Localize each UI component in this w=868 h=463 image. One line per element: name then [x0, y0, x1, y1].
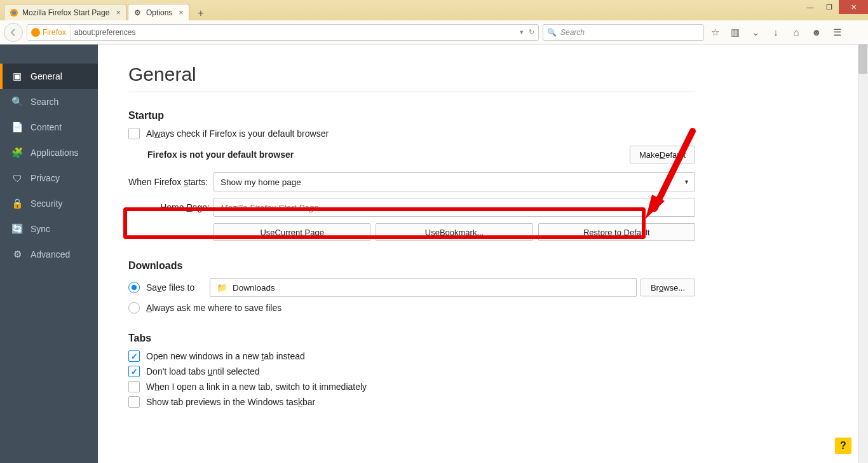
make-default-button[interactable]: Make Default: [630, 146, 695, 163]
search-icon: 🔍: [11, 96, 23, 107]
dropdown-icon[interactable]: ▾: [520, 28, 524, 36]
use-current-page-button[interactable]: Use Current Page: [214, 223, 370, 241]
checkbox-icon: [128, 350, 140, 362]
content-icon: 📄: [11, 121, 23, 133]
sidebar-item-label: Search: [31, 97, 58, 107]
dont-load-until-selected-checkbox[interactable]: Don't load tabs until selected: [128, 366, 260, 377]
new-tab-button[interactable]: +: [193, 6, 208, 20]
home-page-label: Home Page:: [128, 202, 214, 212]
scrollbar-thumb[interactable]: [858, 45, 867, 74]
download-path-value: Downloads: [233, 283, 275, 293]
always-ask-radio[interactable]: Always ask me where to save files: [128, 302, 281, 314]
sidebar-item-security[interactable]: 🔒 Security: [0, 191, 98, 216]
maximize-button[interactable]: ❐: [820, 0, 839, 14]
downloads-icon[interactable]: ↓: [770, 27, 782, 38]
chat-icon[interactable]: ☻: [811, 27, 822, 38]
sidebar-item-label: Privacy: [31, 173, 60, 183]
save-files-to-radio[interactable]: Save files to: [128, 282, 210, 293]
sidebar-item-label: General: [31, 71, 62, 81]
browse-button[interactable]: Browse...: [641, 279, 695, 296]
tab-strip: Mozilla Firefox Start Page × ⚙ Options ×…: [0, 0, 208, 20]
switch-immediately-checkbox[interactable]: When I open a link in a new tab, switch …: [128, 381, 367, 392]
home-icon[interactable]: ⌂: [790, 27, 802, 38]
sidebar-item-sync[interactable]: 🔄 Sync: [0, 216, 98, 242]
advanced-icon: ⚙: [11, 249, 23, 260]
show-tab-previews-checkbox[interactable]: Show tab previews in the Windows taskbar: [128, 396, 315, 408]
sidebar-item-label: Applications: [31, 148, 79, 158]
menu-icon[interactable]: ☰: [831, 27, 843, 38]
back-button[interactable]: [4, 23, 23, 42]
open-windows-in-tab-checkbox[interactable]: Open new windows in a new tab instead: [128, 350, 305, 362]
radio-icon: [128, 282, 140, 293]
divider: [128, 92, 695, 92]
radio-label: Always ask me where to save files: [146, 303, 281, 313]
tab-options[interactable]: ⚙ Options ×: [128, 4, 189, 20]
general-icon: ▣: [11, 71, 23, 82]
sidebar-item-general[interactable]: ▣ General: [0, 64, 98, 89]
close-icon[interactable]: ×: [116, 8, 121, 17]
sidebar-item-privacy[interactable]: 🛡 Privacy: [0, 165, 98, 191]
identity-box[interactable]: Firefox: [27, 25, 71, 40]
url-text: about:preferences: [71, 28, 520, 37]
tab-label: Mozilla Firefox Start Page: [22, 8, 109, 17]
restore-default-button[interactable]: Restore to Default: [538, 223, 695, 241]
radio-label: Save files to: [146, 282, 194, 293]
help-button[interactable]: ?: [835, 438, 851, 454]
checkbox-label: Don't load tabs until selected: [146, 366, 260, 377]
reload-icon[interactable]: ↻: [529, 28, 534, 36]
sidebar-item-label: Content: [31, 122, 62, 132]
startup-heading: Startup: [128, 110, 695, 121]
sidebar-item-search[interactable]: 🔍 Search: [0, 89, 98, 114]
when-starts-label: When Firefox starts:: [128, 177, 214, 187]
firefox-favicon-icon: [10, 8, 18, 17]
identity-label: Firefox: [43, 28, 66, 37]
tab-start-page[interactable]: Mozilla Firefox Start Page ×: [4, 4, 126, 20]
sync-icon: 🔄: [11, 223, 23, 235]
window-controls: — ❐ ✕: [801, 0, 868, 14]
toolbar-icons: ☆ ▥ ⌄ ↓ ⌂ ☻ ☰: [709, 27, 843, 38]
sidebar-item-label: Advanced: [31, 249, 70, 259]
radio-icon: [128, 302, 140, 314]
checkbox-icon: [128, 396, 140, 408]
lock-icon: 🔒: [11, 198, 23, 209]
preferences-content: General Startup Always check if Firefox …: [98, 45, 868, 463]
navbar: Firefox about:preferences ▾ ↻ 🔍 Search ☆…: [0, 20, 868, 45]
use-bookmark-button[interactable]: Use Bookmark...: [376, 223, 532, 241]
checkbox-label: When I open a link in a new tab, switch …: [146, 382, 367, 392]
sidebar-item-label: Security: [31, 198, 63, 209]
download-path-field[interactable]: 📁 Downloads: [210, 278, 637, 297]
folder-icon: 📁: [217, 282, 227, 293]
preferences-sidebar: ▣ General 🔍 Search 📄 Content 🧩 Applicati…: [0, 45, 98, 463]
always-check-default-checkbox[interactable]: Always check if Firefox is your default …: [128, 128, 329, 139]
page-title: General: [128, 64, 695, 85]
checkbox-icon: [128, 366, 140, 377]
titlebar: Mozilla Firefox Start Page × ⚙ Options ×…: [0, 0, 868, 20]
close-icon[interactable]: ×: [179, 8, 184, 17]
checkbox-label: Open new windows in a new tab instead: [146, 351, 305, 361]
not-default-text: Firefox is not your default browser: [147, 149, 294, 160]
dropdown-value: Show my home page: [220, 177, 301, 187]
checkbox-label: Show tab previews in the Windows taskbar: [146, 397, 315, 407]
when-starts-dropdown[interactable]: Show my home page: [214, 172, 695, 191]
minimize-button[interactable]: —: [801, 0, 820, 14]
home-page-input[interactable]: [214, 198, 695, 217]
bookmark-star-icon[interactable]: ☆: [709, 27, 721, 38]
checkbox-icon: [128, 381, 140, 392]
vertical-scrollbar[interactable]: [858, 45, 868, 463]
sidebar-item-advanced[interactable]: ⚙ Advanced: [0, 242, 98, 267]
tab-label: Options: [146, 8, 172, 17]
sidebar-item-applications[interactable]: 🧩 Applications: [0, 140, 98, 165]
pocket-icon[interactable]: ⌄: [750, 27, 761, 38]
url-actions: ▾ ↻: [520, 28, 538, 36]
sidebar-item-content[interactable]: 📄 Content: [0, 114, 98, 140]
tabs-heading: Tabs: [128, 333, 695, 344]
sidebar-toggle-icon[interactable]: ▥: [729, 27, 741, 38]
url-bar[interactable]: Firefox about:preferences ▾ ↻: [27, 24, 539, 41]
search-icon: 🔍: [547, 28, 557, 37]
applications-icon: 🧩: [11, 147, 23, 158]
svg-point-1: [12, 11, 16, 15]
search-box[interactable]: 🔍 Search: [543, 24, 704, 41]
checkbox-icon: [128, 128, 140, 139]
close-window-button[interactable]: ✕: [839, 0, 868, 14]
firefox-icon: [31, 28, 40, 37]
